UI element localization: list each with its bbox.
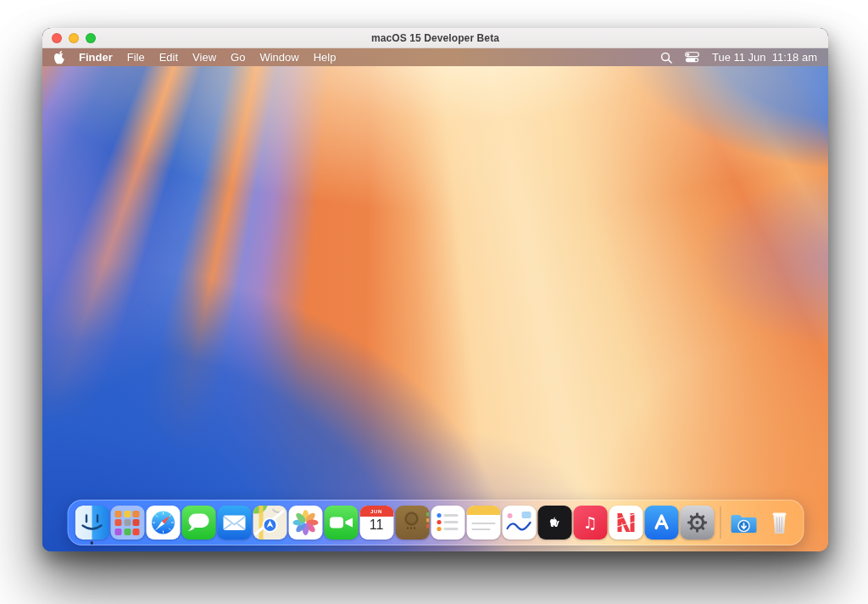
calendar-month: JUN <box>359 506 393 517</box>
notes-icon <box>466 506 500 540</box>
dock-item-photos[interactable] <box>288 506 322 540</box>
apple-glyph-icon <box>550 517 558 526</box>
calendar-day: 11 <box>370 518 384 532</box>
running-indicator <box>90 541 93 545</box>
dock-item-facetime[interactable] <box>324 506 358 540</box>
facetime-icon <box>324 506 358 540</box>
menu-item-help[interactable]: Help <box>314 51 337 64</box>
dock-item-app-store[interactable] <box>644 506 678 540</box>
messages-icon <box>181 506 215 540</box>
apple-tv-icon: tv <box>550 517 559 529</box>
dock-item-mail[interactable] <box>217 506 251 540</box>
dock-item-reminders[interactable] <box>431 506 465 540</box>
control-center-icon <box>685 52 699 63</box>
menu-item-file[interactable]: File <box>127 51 145 64</box>
music-note-icon: ♫ <box>582 515 597 531</box>
window-title: macOS 15 Developer Beta <box>42 28 828 48</box>
apple-logo-icon <box>53 50 65 64</box>
downloads-folder-icon <box>726 506 760 540</box>
dock-item-trash[interactable] <box>762 506 796 540</box>
menu-item-finder[interactable]: Finder <box>79 51 113 64</box>
launchpad-icon <box>110 506 144 540</box>
minimize-button[interactable] <box>69 33 79 43</box>
dock-item-freeform[interactable] <box>502 506 536 540</box>
search-icon <box>660 52 672 64</box>
apple-menu[interactable] <box>53 50 65 64</box>
dock-item-launchpad[interactable] <box>110 506 144 540</box>
menu-item-view[interactable]: View <box>192 51 216 64</box>
dock-item-maps[interactable] <box>253 506 287 540</box>
dock-item-news[interactable] <box>609 506 643 540</box>
menu-item-go[interactable]: Go <box>231 51 245 64</box>
freeform-icon <box>502 506 536 540</box>
calendar-icon: JUN 11 <box>359 506 393 540</box>
finder-icon <box>75 506 108 540</box>
spotlight-search-button[interactable] <box>660 52 672 64</box>
menu-bar: Finder File Edit View Go Window Help <box>42 48 828 66</box>
dock-item-messages[interactable] <box>181 506 215 540</box>
menu-item-edit[interactable]: Edit <box>159 51 178 64</box>
control-center-button[interactable] <box>685 52 699 63</box>
vm-window: macOS 15 Developer Beta Finder File Edit… <box>42 28 828 551</box>
safari-icon <box>146 506 180 540</box>
menubar-clock[interactable]: Tue 11 Jun 11:18 am <box>712 51 817 64</box>
dock-item-music[interactable]: ♫ <box>573 506 607 540</box>
app-store-icon <box>644 506 678 540</box>
menu-item-window[interactable]: Window <box>259 51 298 64</box>
desktop-wallpaper: JUN 11 <box>42 66 828 551</box>
reminders-icon <box>431 506 465 540</box>
dock-item-system-settings[interactable] <box>680 506 714 540</box>
dock: JUN 11 <box>67 500 804 545</box>
dock-item-notes[interactable] <box>466 506 500 540</box>
zoom-button[interactable] <box>86 33 96 43</box>
mail-icon <box>217 506 251 540</box>
dock-item-downloads[interactable] <box>726 506 760 540</box>
dock-item-calendar[interactable]: JUN 11 <box>359 506 393 540</box>
dock-separator <box>720 506 721 539</box>
trash-icon <box>762 506 796 540</box>
dock-item-tv[interactable]: tv <box>537 506 571 540</box>
contacts-icon <box>395 506 429 540</box>
menubar-status: Tue 11 Jun 11:18 am <box>660 51 817 64</box>
close-button[interactable] <box>52 33 62 43</box>
traffic-lights <box>52 28 96 48</box>
maps-icon <box>253 506 287 540</box>
dock-item-safari[interactable] <box>146 506 180 540</box>
window-titlebar[interactable]: macOS 15 Developer Beta <box>42 28 828 48</box>
dock-item-finder[interactable] <box>75 506 108 540</box>
news-icon <box>609 506 643 540</box>
gear-icon <box>680 506 714 540</box>
photos-icon <box>288 506 322 540</box>
dock-item-contacts[interactable] <box>395 506 429 540</box>
